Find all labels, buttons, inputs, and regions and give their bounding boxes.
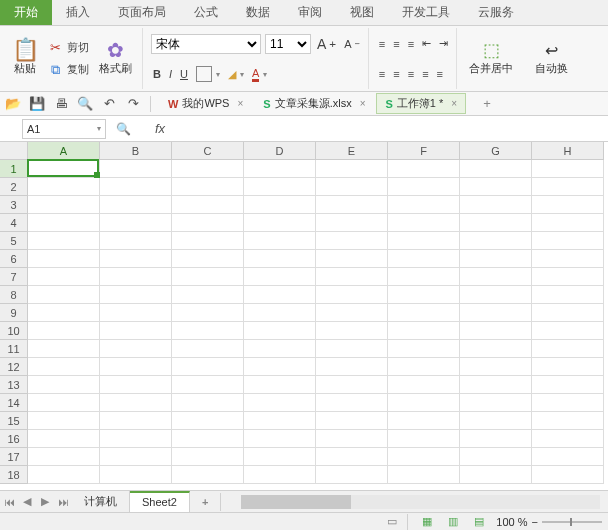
- cell[interactable]: [316, 358, 388, 376]
- cell[interactable]: [172, 358, 244, 376]
- sheet-nav-last[interactable]: ⏭: [54, 496, 72, 508]
- cell[interactable]: [532, 268, 604, 286]
- cell[interactable]: [100, 214, 172, 232]
- cell[interactable]: [244, 358, 316, 376]
- fx-label[interactable]: fx: [155, 121, 165, 136]
- cell[interactable]: [244, 214, 316, 232]
- cell[interactable]: [388, 178, 460, 196]
- open-icon[interactable]: 📂: [4, 96, 22, 111]
- cell[interactable]: [460, 178, 532, 196]
- cell[interactable]: [460, 466, 532, 484]
- paste-button[interactable]: 📋 粘贴: [10, 39, 40, 78]
- align-bottom-button[interactable]: ≡: [406, 37, 416, 51]
- row-header[interactable]: 15: [0, 412, 28, 430]
- cell[interactable]: [100, 286, 172, 304]
- cell[interactable]: [172, 340, 244, 358]
- row-header[interactable]: 6: [0, 250, 28, 268]
- zoom-slider[interactable]: [542, 521, 602, 523]
- cell[interactable]: [316, 196, 388, 214]
- ribbon-tab-1[interactable]: 插入: [52, 0, 104, 25]
- cell[interactable]: [388, 268, 460, 286]
- cell[interactable]: [100, 160, 172, 178]
- close-icon[interactable]: ×: [360, 98, 366, 109]
- cell[interactable]: [244, 160, 316, 178]
- document-tab-2[interactable]: S工作簿1 *×: [376, 93, 466, 114]
- cell[interactable]: [172, 376, 244, 394]
- cell[interactable]: [532, 214, 604, 232]
- cell[interactable]: [316, 340, 388, 358]
- cell[interactable]: [532, 448, 604, 466]
- cell[interactable]: [532, 196, 604, 214]
- bold-button[interactable]: B: [151, 67, 163, 81]
- cell[interactable]: [532, 376, 604, 394]
- document-tab-0[interactable]: W我的WPS×: [159, 93, 252, 114]
- font-color-button[interactable]: A▾: [250, 66, 269, 83]
- cell[interactable]: [28, 196, 100, 214]
- cell[interactable]: [100, 340, 172, 358]
- cell[interactable]: [388, 304, 460, 322]
- cell[interactable]: [28, 178, 100, 196]
- cell[interactable]: [316, 214, 388, 232]
- cell[interactable]: [244, 304, 316, 322]
- cell[interactable]: [388, 160, 460, 178]
- font-size-select[interactable]: 11: [265, 34, 311, 54]
- cell[interactable]: [388, 376, 460, 394]
- cell[interactable]: [100, 232, 172, 250]
- cell[interactable]: [388, 412, 460, 430]
- row-header[interactable]: 13: [0, 376, 28, 394]
- cell[interactable]: [388, 448, 460, 466]
- column-header[interactable]: H: [532, 142, 604, 160]
- cell[interactable]: [460, 286, 532, 304]
- cell[interactable]: [316, 394, 388, 412]
- redo-icon[interactable]: ↷: [124, 96, 142, 111]
- cell[interactable]: [172, 178, 244, 196]
- cell[interactable]: [460, 412, 532, 430]
- cell[interactable]: [388, 232, 460, 250]
- decrease-indent-button[interactable]: ⇤: [420, 36, 433, 51]
- cell[interactable]: [388, 250, 460, 268]
- cell[interactable]: [388, 214, 460, 232]
- ribbon-tab-5[interactable]: 审阅: [284, 0, 336, 25]
- cell[interactable]: [100, 358, 172, 376]
- name-box[interactable]: A1 ▾: [22, 119, 106, 139]
- cell[interactable]: [172, 322, 244, 340]
- cell[interactable]: [532, 232, 604, 250]
- sheet-tab[interactable]: Sheet2: [130, 491, 190, 512]
- cell[interactable]: [28, 430, 100, 448]
- ribbon-tab-7[interactable]: 开发工具: [388, 0, 464, 25]
- cell[interactable]: [244, 250, 316, 268]
- cell[interactable]: [28, 232, 100, 250]
- row-header[interactable]: 18: [0, 466, 28, 484]
- cell[interactable]: [172, 196, 244, 214]
- cell[interactable]: [28, 304, 100, 322]
- page-layout-view-button[interactable]: ▥: [444, 515, 462, 529]
- cell[interactable]: [244, 322, 316, 340]
- cell[interactable]: [100, 430, 172, 448]
- align-center-button[interactable]: ≡: [391, 67, 401, 81]
- row-header[interactable]: 2: [0, 178, 28, 196]
- cell[interactable]: [532, 340, 604, 358]
- cell[interactable]: [28, 394, 100, 412]
- cell[interactable]: [244, 376, 316, 394]
- row-header[interactable]: 7: [0, 268, 28, 286]
- cell[interactable]: [100, 394, 172, 412]
- column-header[interactable]: E: [316, 142, 388, 160]
- align-middle-button[interactable]: ≡: [391, 37, 401, 51]
- cell[interactable]: [244, 430, 316, 448]
- ribbon-tab-3[interactable]: 公式: [180, 0, 232, 25]
- cut-button[interactable]: ✂剪切: [44, 38, 91, 58]
- cell[interactable]: [172, 466, 244, 484]
- row-header[interactable]: 1: [0, 160, 28, 178]
- row-header[interactable]: 5: [0, 232, 28, 250]
- decrease-font-button[interactable]: A−: [342, 37, 362, 51]
- align-top-button[interactable]: ≡: [377, 37, 387, 51]
- zoom-value[interactable]: 100 %: [496, 516, 527, 528]
- ribbon-tab-2[interactable]: 页面布局: [104, 0, 180, 25]
- cell[interactable]: [100, 250, 172, 268]
- sheet-nav-next[interactable]: ▶: [36, 495, 54, 508]
- cell[interactable]: [532, 250, 604, 268]
- cell[interactable]: [28, 160, 100, 178]
- cell[interactable]: [460, 160, 532, 178]
- cell[interactable]: [100, 268, 172, 286]
- zoom-out-button[interactable]: −: [532, 516, 538, 528]
